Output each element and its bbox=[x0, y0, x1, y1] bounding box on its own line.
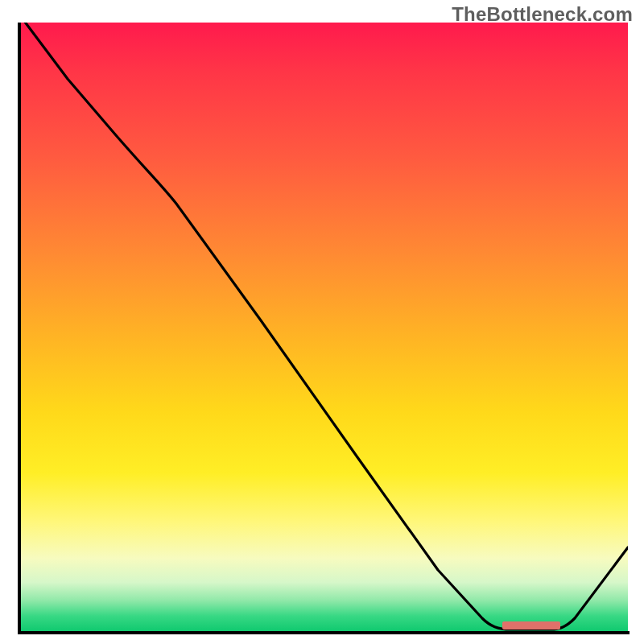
optimal-marker bbox=[502, 621, 560, 630]
bottleneck-curve bbox=[19, 23, 628, 630]
plot-area bbox=[19, 23, 628, 631]
y-axis-line bbox=[18, 23, 21, 634]
curve-svg bbox=[19, 23, 628, 631]
x-axis-line bbox=[18, 631, 630, 634]
chart-container: TheBottleneck.com bbox=[0, 0, 644, 644]
